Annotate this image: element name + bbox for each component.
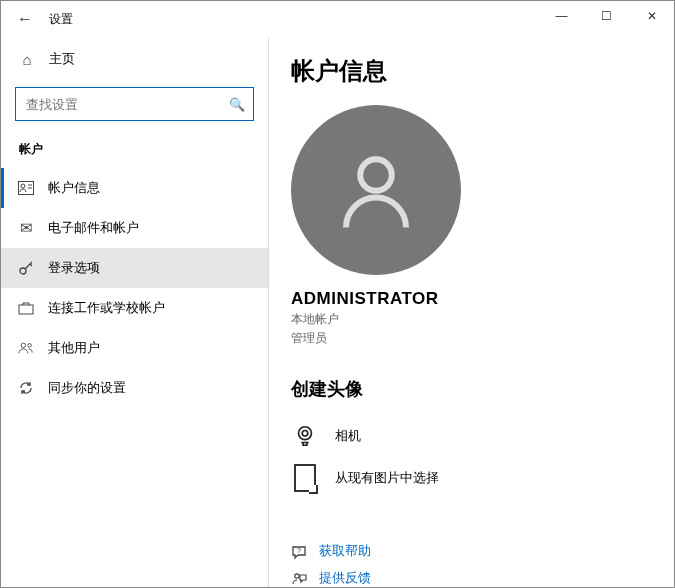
account-type: 本地帐户: [291, 311, 674, 328]
nav-item-sync[interactable]: 同步你的设置: [1, 368, 268, 408]
feedback-icon: [291, 571, 307, 587]
browse-icon: [291, 464, 319, 492]
search-input[interactable]: [24, 96, 229, 113]
svg-point-10: [360, 159, 392, 191]
nav-item-label: 连接工作或学校帐户: [48, 300, 165, 317]
caption-buttons: — ☐ ✕: [539, 1, 674, 31]
svg-point-12: [302, 430, 308, 436]
sidebar: ⌂ 主页 🔍 帐户 帐户信息 ✉ 电子邮件和帐户: [1, 37, 269, 587]
link-label: 获取帮助: [319, 543, 371, 560]
key-icon: [18, 260, 34, 276]
avatar: [291, 105, 461, 275]
close-button[interactable]: ✕: [629, 1, 674, 31]
svg-point-9: [28, 344, 32, 348]
svg-point-1: [21, 184, 25, 188]
create-avatar-heading: 创建头像: [291, 377, 674, 401]
svg-point-14: [295, 573, 299, 577]
nav-home-label: 主页: [49, 50, 75, 68]
window-title: 设置: [49, 11, 73, 28]
link-help[interactable]: ? 获取帮助: [291, 543, 674, 560]
svg-point-8: [21, 343, 25, 347]
link-label: 提供反馈: [319, 570, 371, 587]
page-heading: 帐户信息: [291, 55, 674, 87]
home-icon: ⌂: [19, 51, 35, 68]
person-icon: [331, 145, 421, 235]
option-camera[interactable]: 相机: [291, 415, 674, 457]
footer-links: ? 获取帮助 提供反馈: [291, 543, 674, 587]
nav-item-label: 电子邮件和帐户: [48, 220, 139, 237]
people-icon: [18, 341, 34, 355]
nav-item-label: 帐户信息: [48, 180, 100, 197]
option-browse[interactable]: 从现有图片中选择: [291, 457, 674, 499]
camera-icon: [291, 422, 319, 450]
option-label: 相机: [335, 428, 361, 445]
search-box[interactable]: 🔍: [15, 87, 254, 121]
nav-item-label: 其他用户: [48, 340, 100, 357]
nav-item-label: 登录选项: [48, 260, 100, 277]
nav-item-email[interactable]: ✉ 电子邮件和帐户: [1, 208, 268, 248]
username: ADMINISTRATOR: [291, 289, 674, 309]
nav-item-other-users[interactable]: 其他用户: [1, 328, 268, 368]
sync-icon: [18, 380, 34, 396]
nav-item-label: 同步你的设置: [48, 380, 126, 397]
svg-point-11: [299, 427, 312, 440]
search-icon: 🔍: [229, 97, 245, 112]
content-pane: 帐户信息 ADMINISTRATOR 本地帐户 管理员 创建头像 相机 从现有图…: [269, 37, 674, 587]
option-label: 从现有图片中选择: [335, 470, 439, 487]
briefcase-icon: [18, 301, 34, 315]
minimize-button[interactable]: —: [539, 1, 584, 31]
role: 管理员: [291, 330, 674, 347]
help-icon: ?: [291, 544, 307, 560]
nav-item-signin-options[interactable]: 登录选项: [1, 248, 268, 288]
svg-text:?: ?: [297, 547, 301, 554]
nav-item-account-info[interactable]: 帐户信息: [1, 168, 268, 208]
mail-icon: ✉: [18, 219, 34, 237]
settings-window: ← 设置 — ☐ ✕ ⌂ 主页 🔍 帐户 帐户信息 ✉: [0, 0, 675, 588]
maximize-button[interactable]: ☐: [584, 1, 629, 31]
nav-item-work-school[interactable]: 连接工作或学校帐户: [1, 288, 268, 328]
section-label: 帐户: [1, 141, 268, 158]
svg-rect-7: [19, 305, 33, 314]
link-feedback[interactable]: 提供反馈: [291, 570, 674, 587]
person-card-icon: [18, 181, 34, 195]
nav-home[interactable]: ⌂ 主页: [1, 41, 268, 77]
svg-line-6: [30, 264, 32, 266]
back-button[interactable]: ←: [9, 10, 41, 28]
